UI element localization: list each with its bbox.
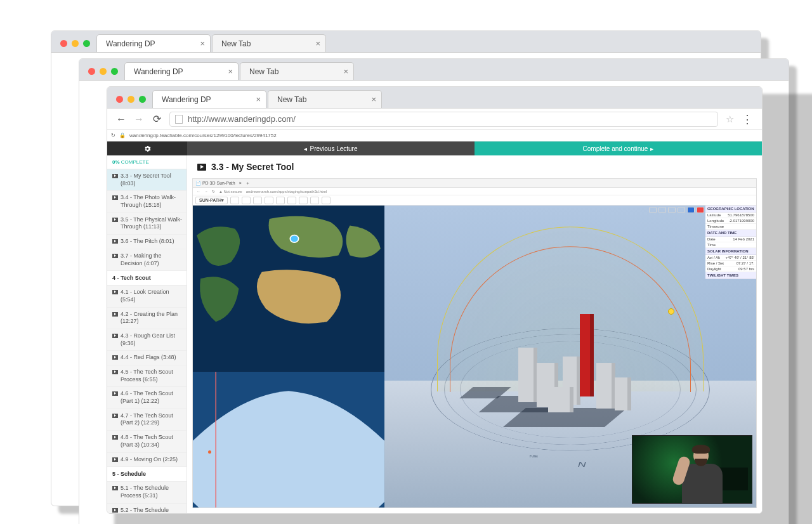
view-button[interactable] <box>697 207 704 213</box>
close-icon[interactable]: × <box>239 181 242 185</box>
lock-icon: 🔒 <box>119 133 126 138</box>
lecture-item[interactable]: 4.4 - Red Flags (3:48) <box>107 351 187 365</box>
lecture-item[interactable]: 4.7 - The Tech Scout (Part 2) (12:29) <box>107 409 187 431</box>
tool-button[interactable] <box>322 197 331 204</box>
lecture-item[interactable]: 4.8 - The Tech Scout (Part 3) (10:34) <box>107 431 187 452</box>
window-controls <box>112 96 152 108</box>
tool-button[interactable] <box>287 197 296 204</box>
app-tab[interactable]: 📄 PD 3D Sun-Path <box>195 181 235 186</box>
menu-icon[interactable]: ⋮ <box>742 117 753 121</box>
close-tab-icon[interactable]: × <box>371 95 376 104</box>
lecture-item[interactable]: 4.9 - Moving On (2:25) <box>107 453 187 468</box>
course-sidebar: 0% COMPLETE 3.3 - My Secret Tool (8:03)3… <box>107 155 187 513</box>
info-row: Rise / Set07:27 / 17: <box>705 261 756 266</box>
building <box>615 377 631 410</box>
view-button[interactable] <box>658 207 666 213</box>
building <box>548 387 573 412</box>
lecture-item[interactable]: 3.3 - My Secret Tool (8:03) <box>107 169 187 191</box>
building-highlighted <box>580 314 594 396</box>
embedded-app: 📄 PD 3D Sun-Path×＋ ←→↻ ▲ Not secure andr… <box>192 178 757 508</box>
svg-point-1 <box>290 235 298 243</box>
tool-button[interactable] <box>276 197 285 204</box>
lecture-label: 3.3 - My Secret Tool (8:03) <box>121 173 183 187</box>
url-input[interactable]: http://www.wanderingdp.com/ <box>169 112 718 127</box>
video-icon <box>112 391 118 396</box>
video-icon <box>112 218 118 222</box>
video-icon <box>112 254 118 258</box>
daylength-chart[interactable]: DAY LENGTH <box>193 372 384 508</box>
chevron-right-icon: ▸ <box>650 145 653 152</box>
forward-icon[interactable]: → <box>204 190 208 193</box>
close-icon[interactable]: × <box>228 67 233 76</box>
video-icon <box>112 370 118 374</box>
app-tabs: 📄 PD 3D Sun-Path×＋ <box>193 179 756 188</box>
view-button[interactable] <box>687 207 695 213</box>
tool-button[interactable] <box>299 197 308 204</box>
info-panel: GEOGRAPHIC LOCATIONLatitude51.7961878500… <box>705 206 756 279</box>
presenter-video[interactable] <box>632 435 752 504</box>
tab-new[interactable]: New Tab× <box>212 34 326 52</box>
new-tab-icon[interactable]: ＋ <box>246 180 250 187</box>
info-row: Date14 Feb 2021 <box>705 237 756 242</box>
close-icon[interactable]: × <box>200 39 205 48</box>
lecture-label: 4.7 - The Tech Scout (Part 2) (12:29) <box>121 412 183 427</box>
view-button[interactable] <box>668 207 676 213</box>
lecture-item[interactable]: 3.7 - Making the Decision (4:07) <box>107 249 187 271</box>
info-section-header: SOLAR INFORMATION <box>705 248 756 255</box>
close-icon[interactable]: × <box>315 39 320 48</box>
lecture-label: 4.9 - Moving On (2:25) <box>121 456 183 464</box>
info-row: Longitude-2.0171999000 <box>705 218 756 224</box>
viewport-toolbar <box>649 207 704 213</box>
reload-icon[interactable]: ↻ <box>212 189 215 193</box>
lecture-item[interactable]: 5.2 - The Schedule (9:41) <box>107 504 187 513</box>
close-window-icon[interactable] <box>116 96 123 103</box>
tool-button[interactable] <box>310 197 319 204</box>
info-row: Time <box>705 242 756 248</box>
video-icon <box>112 457 118 462</box>
lecture-label: 4.1 - Look Creation (5:54) <box>121 289 183 303</box>
previous-lecture-button[interactable]: ◂Previous Lecture <box>187 141 475 155</box>
tab-wandering-dp[interactable]: Wandering DP× <box>152 90 266 108</box>
tab-wandering[interactable]: Wandering DP× <box>96 34 211 52</box>
3d-viewport[interactable]: N NE GEOGRAPHIC LOCATIONLatitude51.79618… <box>384 206 756 508</box>
address-bar: ← → ⟳ http://www.wanderingdp.com/ ☆ ⋮ <box>107 108 762 130</box>
reload-icon[interactable]: ↻ <box>111 133 115 138</box>
lecture-item[interactable]: 4.5 - The Tech Scout Process (6:55) <box>107 365 187 387</box>
not-secure-label: ▲ Not secure <box>219 190 242 193</box>
lecture-item[interactable]: 4.6 - The Tech Scout (Part 1) (12:22) <box>107 387 187 409</box>
reload-icon[interactable]: ⟳ <box>152 114 162 124</box>
tab-wandering[interactable]: Wandering DP× <box>124 62 239 80</box>
lecture-item[interactable]: 3.6 - The Pitch (8:01) <box>107 235 187 249</box>
lecture-item[interactable]: 4.2 - Creating the Plan (12:27) <box>107 308 187 329</box>
bookmark-icon[interactable]: ☆ <box>726 114 734 125</box>
back-icon[interactable]: ← <box>116 114 126 124</box>
minimize-window-icon[interactable] <box>128 96 134 103</box>
complete-continue-button[interactable]: Complete and continue▸ <box>475 141 762 155</box>
tool-button[interactable] <box>230 197 239 204</box>
tool-button[interactable] <box>265 197 273 204</box>
view-button[interactable] <box>678 207 685 213</box>
close-icon[interactable]: × <box>343 67 348 76</box>
lecture-item[interactable]: 3.5 - The Physical Walk-Through (11:13) <box>107 213 187 235</box>
maximize-window-icon[interactable] <box>139 96 146 103</box>
tool-button[interactable] <box>242 197 251 204</box>
close-tab-icon[interactable]: × <box>256 95 261 104</box>
back-icon[interactable]: ← <box>197 190 200 193</box>
view-button[interactable] <box>649 207 657 213</box>
lecture-item[interactable]: 4.1 - Look Creation (5:54) <box>107 285 187 307</box>
lecture-item[interactable]: 3.4 - The Photo Walk-Through (15:18) <box>107 191 187 213</box>
tab-new[interactable]: New Tab× <box>240 62 354 80</box>
tool-button[interactable] <box>253 197 262 204</box>
tab-bar: Wandering DP× New Tab× <box>107 87 762 108</box>
lecture-label: 4.5 - The Tech Scout Process (6:55) <box>121 369 183 383</box>
lecture-item[interactable]: 5.1 - The Schedule Process (5:31) <box>107 481 187 503</box>
forward-icon[interactable]: → <box>134 114 144 124</box>
inner-address-bar: ↻ 🔒 wanderingdp.teachable.com/courses/12… <box>107 130 762 141</box>
lecture-item[interactable]: 4.3 - Rough Gear List (9:36) <box>107 329 187 351</box>
info-row: Azi / Alt+47° 49' / 21° 85' <box>705 255 756 261</box>
sunpath-mode-button[interactable]: SUN-PATH ▾ <box>195 197 228 204</box>
world-map[interactable] <box>193 206 384 372</box>
settings-button[interactable] <box>107 141 187 155</box>
info-row: Timezone <box>705 224 756 230</box>
tab-new-tab[interactable]: New Tab× <box>268 90 382 108</box>
